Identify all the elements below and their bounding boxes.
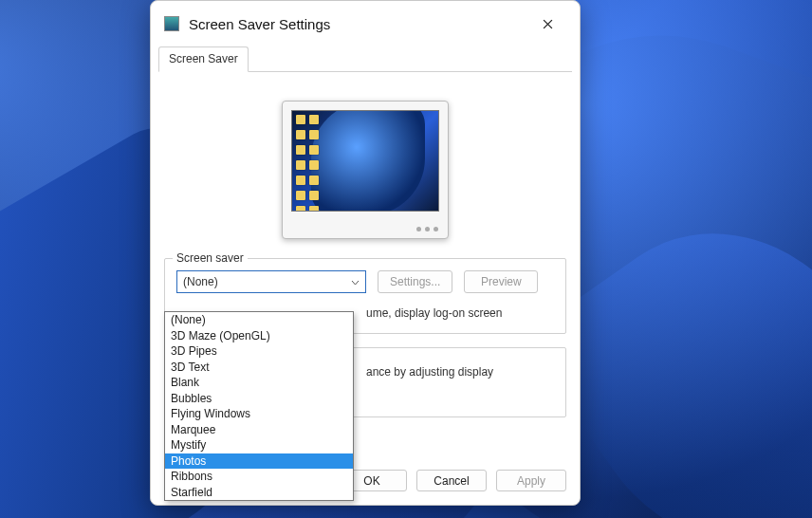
monitor-preview xyxy=(282,101,449,239)
group-legend: Screen saver xyxy=(173,251,248,265)
dropdown-option[interactable]: Starfield xyxy=(165,485,353,501)
titlebar: Screen Saver Settings xyxy=(151,1,580,46)
dropdown-option[interactable]: Marquee xyxy=(165,422,353,438)
monitor-preview-area xyxy=(164,101,566,239)
button-label: OK xyxy=(363,474,379,488)
monitor-screen xyxy=(291,110,439,212)
screensaver-dropdown[interactable]: (None) xyxy=(176,270,366,293)
app-icon xyxy=(164,16,179,31)
dropdown-option[interactable]: 3D Maze (OpenGL) xyxy=(165,328,353,344)
apply-button[interactable]: Apply xyxy=(496,470,566,491)
chevron-down-icon xyxy=(351,275,360,288)
dropdown-option[interactable]: Flying Windows xyxy=(165,406,353,422)
dropdown-option[interactable]: Mystify xyxy=(165,437,353,453)
settings-button[interactable]: Settings... xyxy=(378,270,452,293)
cancel-button[interactable]: Cancel xyxy=(416,470,487,491)
window-title: Screen Saver Settings xyxy=(189,16,528,32)
close-button[interactable] xyxy=(528,9,566,38)
desktop-icons-mini xyxy=(296,115,319,212)
dropdown-option[interactable]: Photos xyxy=(165,453,353,470)
button-label: Settings... xyxy=(390,275,440,288)
tab-screen-saver[interactable]: Screen Saver xyxy=(158,46,249,72)
close-icon xyxy=(543,19,553,29)
dropdown-option[interactable]: 3D Text xyxy=(165,360,353,376)
dropdown-option[interactable]: (None) xyxy=(165,312,353,328)
dropdown-option[interactable]: 3D Pipes xyxy=(165,343,353,360)
tab-label: Screen Saver xyxy=(169,52,238,65)
dropdown-option[interactable]: Blank xyxy=(165,375,353,391)
tab-strip: Screen Saver xyxy=(151,46,580,72)
preview-button[interactable]: Preview xyxy=(464,270,538,293)
screensaver-dropdown-list[interactable]: (None)3D Maze (OpenGL)3D Pipes3D TextBla… xyxy=(164,311,354,501)
dropdown-option[interactable]: Ribbons xyxy=(165,469,353,485)
screen-saver-settings-dialog: Screen Saver Settings Screen Saver Scree… xyxy=(150,0,581,506)
dropdown-selected-value: (None) xyxy=(183,275,218,288)
dialog-content: Screen saver (None) Settings... Preview … xyxy=(151,72,580,460)
button-label: Apply xyxy=(517,474,545,488)
dropdown-option[interactable]: Bubbles xyxy=(165,391,353,407)
button-label: Cancel xyxy=(434,474,469,488)
button-label: Preview xyxy=(481,275,522,288)
